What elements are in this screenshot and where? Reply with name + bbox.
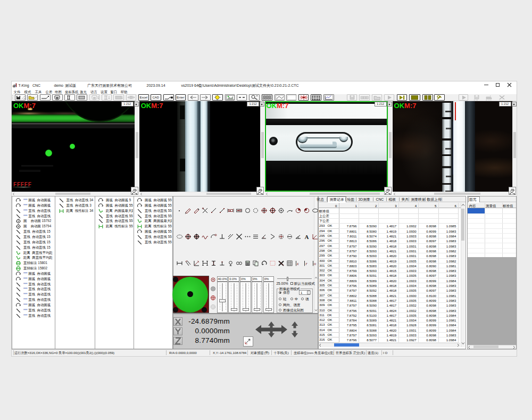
svg-text:x: x	[296, 261, 299, 266]
svg-text:A: A	[305, 233, 309, 240]
svg-text:r: r	[306, 261, 308, 266]
svg-text:a: a	[13, 83, 15, 88]
svg-text:o: o	[314, 261, 316, 266]
